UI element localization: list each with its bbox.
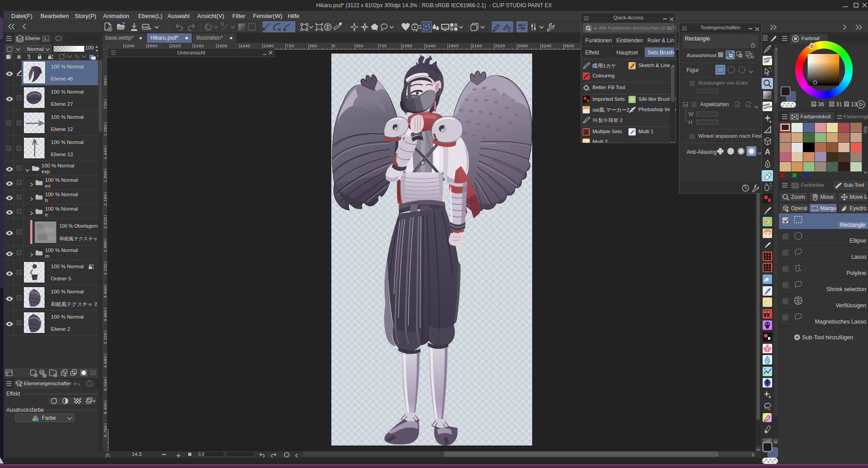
svg-text:Px: Px: [746, 104, 750, 107]
svg-text:webp: webp: [142, 26, 149, 28]
svg-text:%: %: [736, 103, 739, 107]
